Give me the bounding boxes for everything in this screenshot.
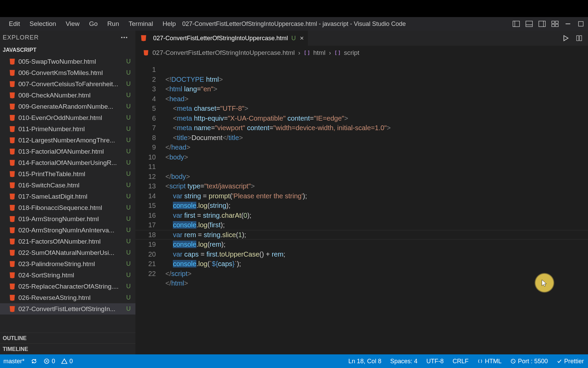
menu-terminal[interactable]: Terminal bbox=[124, 20, 158, 28]
file-status: U bbox=[126, 137, 131, 144]
svg-rect-14 bbox=[577, 36, 579, 41]
file-item[interactable]: 011-PrimeNumber.htmlU bbox=[0, 123, 135, 135]
minimize-icon[interactable] bbox=[564, 20, 572, 28]
html5-icon bbox=[9, 103, 16, 110]
file-item[interactable]: 016-SwitchCase.htmlU bbox=[0, 180, 135, 191]
split-icon[interactable] bbox=[576, 35, 583, 42]
file-item[interactable]: 015-PrintTheTable.htmlU bbox=[0, 168, 135, 180]
file-item[interactable]: 020-ArmStrongNumInAnInterva...U bbox=[0, 225, 135, 236]
file-name: 006-ConvertKmsToMiles.html bbox=[18, 69, 103, 77]
status-lang[interactable]: HTML bbox=[477, 358, 502, 365]
file-status: U bbox=[126, 260, 131, 267]
html5-icon bbox=[9, 92, 16, 99]
file-name: 026-ReverseAString.html bbox=[18, 294, 91, 302]
breadcrumb-script[interactable]: script bbox=[344, 49, 359, 57]
editor-tab[interactable]: 027-ConvertFistLetterOfStringIntoUpperca… bbox=[135, 31, 308, 46]
cursor-highlight bbox=[534, 273, 555, 293]
menu-run[interactable]: Run bbox=[102, 20, 124, 28]
file-status: U bbox=[126, 249, 131, 256]
status-lncol[interactable]: Ln 18, Col 8 bbox=[348, 358, 381, 365]
close-icon[interactable] bbox=[299, 35, 305, 41]
sync-icon[interactable] bbox=[31, 358, 37, 365]
status-port[interactable]: Port : 5500 bbox=[510, 358, 548, 365]
file-item[interactable]: 018-FibonacciSequence.htmlU bbox=[0, 202, 135, 213]
chevron-right-icon: › bbox=[298, 49, 300, 57]
file-name: 023-PalindromeString.html bbox=[18, 260, 95, 268]
file-item[interactable]: 017-SameLastDigit.htmlU bbox=[0, 191, 135, 202]
file-name: 021-FactorsOfANumber.html bbox=[18, 238, 101, 245]
file-item[interactable]: 005-SwapTwoNumber.htmlU bbox=[0, 56, 135, 67]
svg-rect-7 bbox=[555, 21, 558, 24]
html5-icon bbox=[9, 261, 16, 267]
file-item[interactable]: 010-EvenOrOddNumber.htmlU bbox=[0, 112, 135, 123]
status-prettier[interactable]: Prettier bbox=[557, 358, 584, 365]
file-status: U bbox=[126, 294, 131, 301]
file-item[interactable]: 007-ConvertCelsiusToFahrenheit...U bbox=[0, 78, 135, 90]
menu-go[interactable]: Go bbox=[84, 20, 102, 28]
layout-primary-icon[interactable] bbox=[512, 20, 520, 28]
code-editor[interactable]: 12345678910111213141516171819202122 <!DO… bbox=[135, 60, 588, 354]
cursor-icon bbox=[540, 279, 549, 287]
file-name: 015-PrintTheTable.html bbox=[18, 170, 85, 178]
file-name: 027-ConvertFistLetterOfStringIn... bbox=[18, 305, 115, 313]
file-item[interactable]: 021-FactorsOfANumber.htmlU bbox=[0, 236, 135, 247]
html5-icon bbox=[9, 216, 16, 223]
file-item[interactable]: 009-GenerateARandomNumbe...U bbox=[0, 101, 135, 112]
html5-icon bbox=[9, 249, 16, 256]
run-icon[interactable] bbox=[562, 35, 569, 42]
maximize-icon[interactable] bbox=[577, 20, 585, 28]
file-status: U bbox=[126, 227, 131, 234]
file-status: U bbox=[126, 215, 131, 223]
file-status: U bbox=[126, 80, 131, 88]
status-warnings[interactable]: 0 bbox=[61, 358, 73, 365]
breadcrumb-file[interactable]: 027-ConvertFistLetterOfStringIntoUpperca… bbox=[152, 49, 295, 57]
html5-icon bbox=[143, 50, 149, 56]
html5-icon bbox=[9, 238, 16, 245]
file-item[interactable]: 008-CheckANumber.htmlU bbox=[0, 90, 135, 101]
layout-secondary-icon[interactable] bbox=[538, 20, 546, 28]
breadcrumb-html[interactable]: html bbox=[313, 49, 326, 57]
html5-icon bbox=[9, 114, 16, 121]
html5-icon bbox=[9, 294, 16, 301]
section-javascript[interactable]: JAVASCRIPT bbox=[0, 44, 135, 56]
status-eol[interactable]: CRLF bbox=[453, 358, 469, 365]
line-gutter: 12345678910111213141516171819202122 bbox=[135, 65, 161, 278]
file-item[interactable]: 019-ArmStrongNumber.htmlU bbox=[0, 213, 135, 225]
file-item[interactable]: 013-FactorialOfANumber.htmlU bbox=[0, 146, 135, 157]
status-encoding[interactable]: UTF-8 bbox=[426, 358, 444, 365]
menu-view[interactable]: View bbox=[61, 20, 84, 28]
menu-help[interactable]: Help bbox=[158, 20, 181, 28]
html5-icon bbox=[9, 137, 16, 144]
file-item[interactable]: 022-SumOfANaturalNumberUsi...U bbox=[0, 247, 135, 258]
section-outline[interactable]: OUTLINE bbox=[0, 333, 135, 343]
breadcrumb[interactable]: 027-ConvertFistLetterOfStringIntoUpperca… bbox=[135, 46, 588, 60]
file-item[interactable]: 026-ReverseAString.htmlU bbox=[0, 292, 135, 303]
menu-edit[interactable]: Edit bbox=[4, 20, 25, 28]
more-icon[interactable] bbox=[121, 37, 129, 38]
layout-panel-icon[interactable] bbox=[525, 20, 533, 28]
status-spaces[interactable]: Spaces: 4 bbox=[390, 358, 418, 365]
code-content[interactable]: <!DOCTYPE html> <html lang="en"> <head> … bbox=[165, 65, 391, 288]
file-name: 008-CheckANumber.html bbox=[18, 92, 91, 99]
file-item[interactable]: 023-PalindromeString.htmlU bbox=[0, 258, 135, 270]
html5-icon bbox=[9, 81, 16, 88]
status-errors[interactable]: 0 bbox=[44, 358, 55, 365]
file-item[interactable]: 025-ReplaceCharacterOfAString....U bbox=[0, 281, 135, 292]
file-name: 007-ConvertCelsiusToFahrenheit... bbox=[18, 80, 118, 88]
svg-rect-0 bbox=[513, 21, 519, 27]
file-name: 022-SumOfANaturalNumberUsi... bbox=[18, 249, 114, 257]
html5-icon bbox=[9, 148, 16, 155]
file-item[interactable]: 024-SortString.htmlU bbox=[0, 270, 135, 281]
file-item[interactable]: 006-ConvertKmsToMiles.htmlU bbox=[0, 67, 135, 78]
status-branch[interactable]: master* bbox=[3, 358, 24, 365]
brackets-icon bbox=[334, 50, 341, 56]
file-item[interactable]: 027-ConvertFistLetterOfStringIn...U bbox=[0, 303, 135, 315]
layout-custom-icon[interactable] bbox=[551, 20, 559, 28]
menu-selection[interactable]: Selection bbox=[25, 20, 61, 28]
file-status: U bbox=[126, 170, 131, 178]
file-item[interactable]: 012-LargestNumberAmongThre...U bbox=[0, 135, 135, 146]
file-status: U bbox=[126, 58, 131, 65]
section-timeline[interactable]: TIMELINE bbox=[0, 343, 135, 354]
file-name: 009-GenerateARandomNumbe... bbox=[18, 103, 113, 110]
file-item[interactable]: 014-FactorialOfANumberUsingR...U bbox=[0, 157, 135, 168]
